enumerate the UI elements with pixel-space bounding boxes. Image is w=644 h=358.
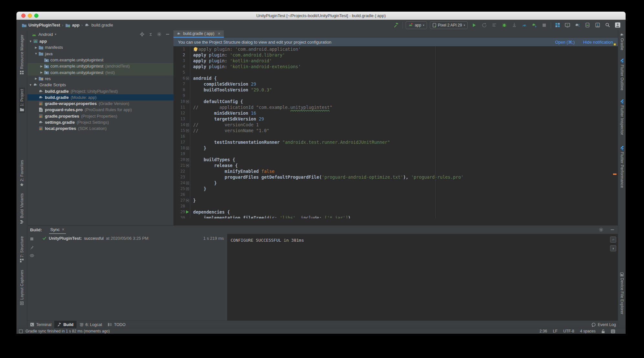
code-line[interactable]: 21 release { — [173, 163, 618, 168]
intention-bulb-icon[interactable] — [194, 47, 197, 51]
hide-panel-icon[interactable] — [166, 32, 170, 36]
tree-item[interactable]: com.example.unityplugintest — [27, 57, 173, 63]
breadcrumb-file[interactable]: build.gradle — [85, 23, 113, 28]
code-line[interactable]: 8 buildToolsVersion "29.0.3" — [173, 87, 618, 93]
tree-item[interactable]: settings.gradle(Project Settings) — [27, 119, 173, 125]
layout-inspector-icon[interactable] — [564, 22, 571, 29]
indent-setting[interactable]: 4 spaces — [580, 329, 596, 333]
debug-icon[interactable] — [501, 22, 508, 29]
tree-item[interactable]: build.gradle(Module: app) — [27, 94, 173, 100]
code-line[interactable]: 25 } — [173, 186, 618, 192]
code-line[interactable]: 26 — [173, 192, 618, 197]
fold-marker-icon[interactable] — [185, 157, 190, 163]
code-line[interactable]: 1//apply plugin: 'com.android.applicatio… — [173, 46, 618, 52]
hide-notification-link[interactable]: Hide notification — [583, 40, 613, 45]
close-tab-icon[interactable]: ✕ — [218, 32, 221, 36]
toolwindow-toggle-icon[interactable] — [19, 330, 23, 333]
code-line[interactable]: 14// versionCode 1 — [173, 122, 618, 128]
settings-gear-icon[interactable] — [157, 32, 161, 37]
tool-tab-build[interactable]: Build — [54, 321, 76, 328]
fold-marker-icon[interactable] — [185, 163, 190, 168]
file-encoding[interactable]: UTF-8 — [563, 329, 574, 333]
code-line[interactable]: 15// versionName "1.0" — [173, 128, 618, 133]
code-line[interactable]: 22 minifyEnabled false — [173, 168, 618, 174]
tree-toggle-icon[interactable]: ▶ — [39, 65, 44, 68]
collapse-all-icon[interactable] — [149, 32, 153, 37]
tree-item[interactable]: proguard-rules.pro(ProGuard Rules for ap… — [27, 107, 173, 113]
run-icon[interactable] — [471, 22, 478, 29]
fold-marker-icon[interactable] — [185, 197, 190, 203]
tree-item[interactable]: ▶com.example.unityplugintest(test) — [27, 69, 173, 75]
editor-tab-build-gradle[interactable]: build.gradle (:app) ✕ — [173, 30, 224, 38]
code-line[interactable]: 23 proguardFiles getDefaultProguardFile(… — [173, 174, 618, 180]
apply-code-changes-icon[interactable] — [491, 22, 498, 29]
tree-toggle-icon[interactable]: ▼ — [34, 52, 38, 55]
fold-marker-icon[interactable] — [185, 99, 190, 104]
tool-button-resource-manager[interactable]: Resource Manager — [19, 33, 25, 76]
tool-button-flutter-inspector[interactable]: Flutter Inspector — [619, 98, 625, 136]
fold-marker-icon[interactable] — [185, 122, 190, 128]
lock-icon[interactable] — [601, 329, 605, 333]
apply-changes-icon[interactable] — [481, 22, 488, 29]
search-everywhere-icon[interactable] — [604, 22, 611, 29]
tool-tab-todo[interactable]: TODO — [105, 321, 129, 328]
code-line[interactable]: 18 } — [173, 145, 618, 151]
fold-marker-icon[interactable] — [185, 128, 190, 133]
code-line[interactable]: 16 — [173, 133, 618, 139]
caret-position[interactable]: 2:36 — [540, 329, 547, 333]
pin-icon[interactable] — [30, 245, 34, 249]
tree-item[interactable]: ▼app — [27, 38, 173, 44]
tree-item[interactable]: gradle-wrapper.properties(Gradle Version… — [27, 100, 173, 107]
warning-stripe-mark[interactable] — [614, 43, 616, 46]
run-gutter-icon[interactable] — [185, 209, 190, 215]
breadcrumb-project[interactable]: UnityPluginTest — [22, 23, 60, 28]
code-line[interactable]: 5 — [173, 69, 618, 75]
soft-wrap-icon[interactable]: ⏎ — [610, 237, 616, 243]
profile-icon[interactable] — [521, 22, 528, 29]
code-line[interactable]: 28 — [173, 203, 618, 209]
code-line[interactable]: 10 defaultConfig { — [173, 99, 618, 104]
tool-button-device-file-explorer[interactable]: Device File Explorer — [619, 271, 625, 316]
run-configuration-select[interactable]: app ▾ — [406, 21, 427, 29]
tool-button-favorites[interactable]: 2: Favorites — [19, 159, 25, 188]
event-log-button[interactable]: Event Log — [591, 322, 616, 327]
tree-toggle-icon[interactable]: ▼ — [28, 83, 33, 87]
tool-button-gradle[interactable]: Gradle — [619, 31, 625, 52]
stop-icon[interactable] — [30, 237, 34, 241]
tool-tab-terminal[interactable]: Terminal — [27, 321, 54, 328]
tree-item[interactable]: gradle.properties(Project Properties) — [27, 113, 173, 119]
open-project-structure-link[interactable]: Open (⌘;) — [555, 40, 575, 45]
tool-button-build-variants[interactable]: Build Variants — [19, 192, 25, 225]
user-avatar-icon[interactable] — [614, 22, 621, 29]
tool-button-flutter-outline[interactable]: Flutter Outline — [619, 58, 625, 92]
device-select[interactable]: Pixel 2 API 29 ▾ — [430, 21, 468, 29]
attach-debugger-icon[interactable] — [511, 22, 518, 29]
breadcrumb-module[interactable]: app — [65, 23, 79, 28]
tool-button-layout-captures[interactable]: Layout Captures — [19, 268, 25, 307]
tree-item[interactable]: ▶res — [27, 76, 173, 82]
code-line[interactable]: 20 buildTypes { — [173, 157, 618, 163]
code-line[interactable]: 7 compileSdkVersion 29 — [173, 81, 618, 87]
fold-marker-icon[interactable] — [185, 145, 190, 151]
sdk-manager-icon[interactable] — [594, 22, 601, 29]
project-structure-icon[interactable] — [554, 22, 561, 29]
code-line[interactable]: 30 implementation fileTree(dir: 'libs', … — [173, 215, 618, 218]
fold-marker-icon[interactable] — [185, 186, 190, 192]
build-result-row[interactable]: UnityPluginTest: successful at 2020/05/0… — [36, 236, 227, 241]
tree-item[interactable]: ▶com.example.unityplugintest(androidTest… — [27, 63, 173, 69]
code-line[interactable]: 17 testInstrumentationRunner "androidx.t… — [173, 139, 618, 145]
code-line[interactable]: 27} — [173, 197, 618, 203]
hide-panel-icon[interactable] — [610, 228, 614, 232]
tree-item[interactable]: ▼Gradle Scripts — [27, 82, 173, 88]
tree-toggle-icon[interactable]: ▼ — [28, 40, 33, 43]
tree-item[interactable]: build.gradle(Project: UnityPluginTest) — [27, 88, 173, 94]
close-tab-icon[interactable]: ✕ — [62, 227, 65, 232]
warning-stripe-mark[interactable] — [613, 174, 617, 175]
tool-button-flutter-performance[interactable]: Flutter Performance — [619, 145, 625, 189]
eye-icon[interactable] — [30, 254, 34, 257]
tree-toggle-icon[interactable]: ▶ — [34, 46, 38, 49]
code-line[interactable]: 24 } — [173, 180, 618, 186]
code-line[interactable]: 11// applicationId "com.example.unityplu… — [173, 104, 618, 110]
avd-manager-icon[interactable] — [584, 22, 591, 29]
tree-item[interactable]: local.properties(SDK Location) — [27, 125, 173, 132]
